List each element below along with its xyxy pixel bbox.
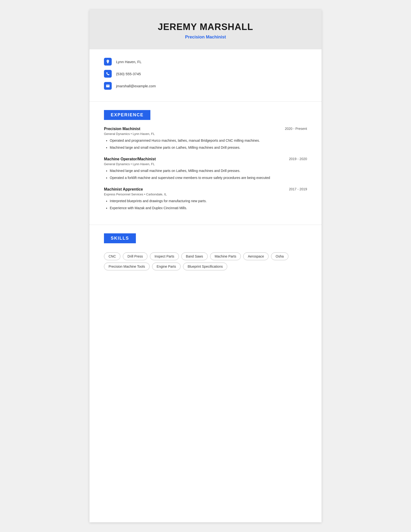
candidate-title: Precision Machinist: [104, 35, 307, 40]
bullet-item: Machined large and small machine parts o…: [110, 168, 307, 173]
job-title: Machinist Apprentice: [104, 187, 143, 191]
skill-tag: Band Saws: [181, 252, 208, 260]
location-text: Lynn Haven, FL: [116, 60, 141, 64]
skill-tag: Blueprint Specifications: [183, 263, 227, 270]
job-dates: 2017 - 2019: [289, 187, 307, 191]
location-icon: [104, 58, 112, 66]
job-item: Precision Machinist 2020 - Present Gener…: [104, 127, 307, 150]
bullet-item: Operated and programmed Hurco machines, …: [110, 138, 307, 143]
job-dates: 2019 - 2020: [289, 157, 307, 161]
skill-tag: Engine Parts: [152, 263, 181, 270]
job-top-row: Precision Machinist 2020 - Present: [104, 127, 307, 131]
job-item: Machinist Apprentice 2017 - 2019 Express…: [104, 187, 307, 211]
resume-document: JEREMY MARSHALL Precision Machinist Lynn…: [89, 10, 322, 522]
experience-section-header: EXPERIENCE: [104, 110, 150, 120]
job-top-row: Machine Operator/Machinist 2019 - 2020: [104, 157, 307, 161]
skills-section: SKILLS CNCDrill PressInspect PartsBand S…: [89, 225, 322, 280]
email-icon: [104, 82, 112, 90]
header-section: JEREMY MARSHALL Precision Machinist: [89, 10, 322, 49]
job-company: General Dynamics • Lynn Haven, FL: [104, 132, 307, 136]
skill-tag: Precision Machine Tools: [104, 263, 150, 270]
contact-section: Lynn Haven, FL (530) 555-3745 jmarshall@…: [89, 49, 322, 102]
phone-text: (530) 555-3745: [116, 72, 141, 76]
skills-section-header: SKILLS: [104, 233, 136, 243]
phone-icon: [104, 70, 112, 78]
candidate-name: JEREMY MARSHALL: [104, 22, 307, 32]
bullet-item: Experience with Mazak and Duplex Cincinn…: [110, 206, 307, 211]
bullet-item: Interpreted blueprints and drawings for …: [110, 199, 307, 204]
experience-section: EXPERIENCE Precision Machinist 2020 - Pr…: [89, 102, 322, 225]
email-text: jmarshall@example.com: [116, 84, 156, 88]
job-company: General Dynamics • Lynn Haven, FL: [104, 162, 307, 166]
job-bullets: Operated and programmed Hurco machines, …: [104, 138, 307, 150]
skill-tag: CNC: [104, 252, 120, 260]
skill-tag: Drill Press: [123, 252, 148, 260]
job-top-row: Machinist Apprentice 2017 - 2019: [104, 187, 307, 191]
email-item: jmarshall@example.com: [104, 82, 307, 90]
job-bullets: Machined large and small machine parts o…: [104, 168, 307, 180]
skill-tag: Machine Parts: [210, 252, 241, 260]
bullet-item: Machined large and small machine parts o…: [110, 145, 307, 150]
job-dates: 2020 - Present: [285, 127, 307, 131]
job-item: Machine Operator/Machinist 2019 - 2020 G…: [104, 157, 307, 180]
skill-tag: Osha: [271, 252, 288, 260]
location-item: Lynn Haven, FL: [104, 58, 307, 66]
job-title: Machine Operator/Machinist: [104, 157, 156, 161]
job-title: Precision Machinist: [104, 127, 140, 131]
job-company: Express Personnel Services • Carbondale,…: [104, 192, 307, 196]
bullet-item: Operated a forklift machine and supervis…: [110, 175, 307, 180]
phone-item: (530) 555-3745: [104, 70, 307, 78]
skill-tag: Aerospace: [243, 252, 269, 260]
skills-tags-container: CNCDrill PressInspect PartsBand SawsMach…: [104, 252, 307, 270]
skill-tag: Inspect Parts: [150, 252, 179, 260]
job-bullets: Interpreted blueprints and drawings for …: [104, 199, 307, 211]
